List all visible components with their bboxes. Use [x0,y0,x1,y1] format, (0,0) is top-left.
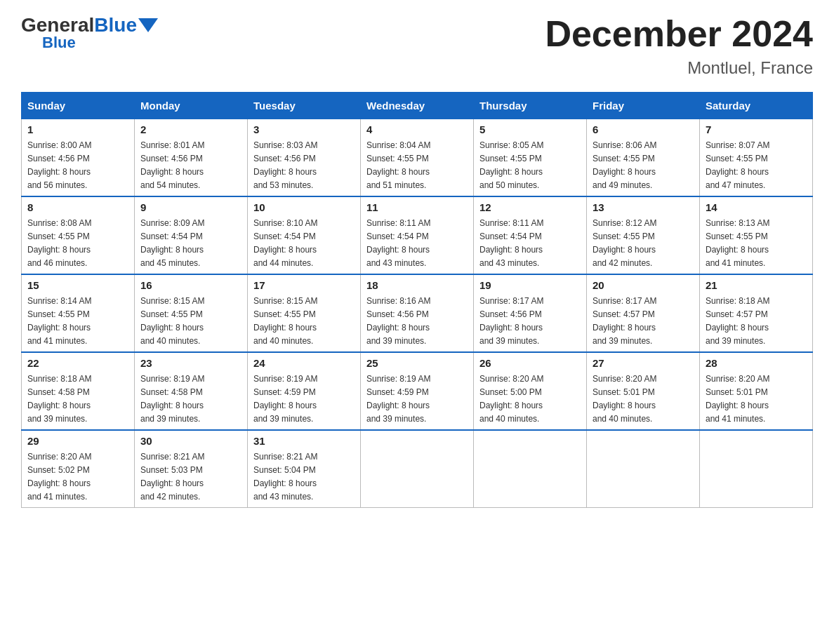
day-number: 2 [140,123,241,135]
day-number: 17 [253,279,355,291]
day-number: 23 [140,357,241,369]
calendar-week-2: 8 Sunrise: 8:08 AMSunset: 4:55 PMDayligh… [22,196,813,274]
day-info: Sunrise: 8:06 AMSunset: 4:55 PMDaylight:… [593,140,656,190]
calendar-cell: 1 Sunrise: 8:00 AMSunset: 4:56 PMDayligh… [22,119,135,197]
calendar-cell: 17 Sunrise: 8:15 AMSunset: 4:55 PMDaylig… [248,274,361,352]
day-info: Sunrise: 8:01 AMSunset: 4:56 PMDaylight:… [140,140,204,190]
day-number: 4 [366,123,468,135]
day-number: 22 [27,357,128,369]
day-number: 31 [253,435,355,447]
calendar-cell: 29 Sunrise: 8:20 AMSunset: 5:02 PMDaylig… [22,430,135,508]
calendar-cell: 10 Sunrise: 8:10 AMSunset: 4:54 PMDaylig… [248,196,361,274]
day-number: 19 [479,279,581,291]
calendar-cell: 20 Sunrise: 8:17 AMSunset: 4:57 PMDaylig… [587,274,700,352]
calendar-cell: 14 Sunrise: 8:13 AMSunset: 4:55 PMDaylig… [700,196,813,274]
calendar-cell: 8 Sunrise: 8:08 AMSunset: 4:55 PMDayligh… [22,196,135,274]
day-number: 30 [140,435,241,447]
calendar-cell: 22 Sunrise: 8:18 AMSunset: 4:58 PMDaylig… [22,352,135,430]
day-info: Sunrise: 8:05 AMSunset: 4:55 PMDaylight:… [479,140,543,190]
day-info: Sunrise: 8:19 AMSunset: 4:58 PMDaylight:… [140,374,204,424]
calendar-cell: 6 Sunrise: 8:06 AMSunset: 4:55 PMDayligh… [587,119,700,197]
day-info: Sunrise: 8:17 AMSunset: 4:56 PMDaylight:… [479,296,543,346]
calendar-cell: 26 Sunrise: 8:20 AMSunset: 5:00 PMDaylig… [474,352,587,430]
day-info: Sunrise: 8:15 AMSunset: 4:55 PMDaylight:… [140,296,204,346]
calendar-cell: 7 Sunrise: 8:07 AMSunset: 4:55 PMDayligh… [700,119,813,197]
logo-blue-label: Blue [21,34,158,52]
day-info: Sunrise: 8:20 AMSunset: 5:00 PMDaylight:… [479,374,543,424]
day-number: 3 [253,123,355,135]
calendar-cell: 23 Sunrise: 8:19 AMSunset: 4:58 PMDaylig… [135,352,248,430]
day-info: Sunrise: 8:21 AMSunset: 5:03 PMDaylight:… [140,452,204,502]
calendar-cell: 19 Sunrise: 8:17 AMSunset: 4:56 PMDaylig… [474,274,587,352]
calendar-cell: 9 Sunrise: 8:09 AMSunset: 4:54 PMDayligh… [135,196,248,274]
logo-triangle-icon [138,18,158,32]
location-title: Montluel, France [545,58,813,78]
day-info: Sunrise: 8:19 AMSunset: 4:59 PMDaylight:… [253,374,317,424]
day-info: Sunrise: 8:00 AMSunset: 4:56 PMDaylight:… [27,140,91,190]
calendar-week-4: 22 Sunrise: 8:18 AMSunset: 4:58 PMDaylig… [22,352,813,430]
day-info: Sunrise: 8:17 AMSunset: 4:57 PMDaylight:… [593,296,656,346]
title-area: December 2024 Montluel, France [545,14,813,78]
header-thursday: Thursday [474,93,587,119]
calendar-cell [474,430,587,508]
day-number: 8 [27,201,128,213]
day-number: 20 [593,279,694,291]
calendar-week-5: 29 Sunrise: 8:20 AMSunset: 5:02 PMDaylig… [22,430,813,508]
calendar-cell: 21 Sunrise: 8:18 AMSunset: 4:57 PMDaylig… [700,274,813,352]
day-number: 18 [366,279,468,291]
day-number: 12 [479,201,581,213]
day-number: 27 [593,357,694,369]
calendar-cell: 13 Sunrise: 8:12 AMSunset: 4:55 PMDaylig… [587,196,700,274]
calendar-cell: 5 Sunrise: 8:05 AMSunset: 4:55 PMDayligh… [474,119,587,197]
calendar-cell: 11 Sunrise: 8:11 AMSunset: 4:54 PMDaylig… [361,196,474,274]
page-header: General Blue Blue December 2024 Montluel… [21,14,813,78]
day-number: 26 [479,357,581,369]
calendar-cell: 16 Sunrise: 8:15 AMSunset: 4:55 PMDaylig… [135,274,248,352]
day-info: Sunrise: 8:14 AMSunset: 4:55 PMDaylight:… [27,296,91,346]
day-info: Sunrise: 8:21 AMSunset: 5:04 PMDaylight:… [253,452,317,502]
calendar-cell: 3 Sunrise: 8:03 AMSunset: 4:56 PMDayligh… [248,119,361,197]
day-info: Sunrise: 8:18 AMSunset: 4:57 PMDaylight:… [706,296,769,346]
month-title: December 2024 [545,14,813,54]
calendar-table: SundayMondayTuesdayWednesdayThursdayFrid… [21,92,813,508]
day-number: 11 [366,201,468,213]
day-info: Sunrise: 8:09 AMSunset: 4:54 PMDaylight:… [140,218,204,268]
calendar-cell [700,430,813,508]
day-number: 13 [593,201,694,213]
day-info: Sunrise: 8:18 AMSunset: 4:58 PMDaylight:… [27,374,91,424]
calendar-header-row: SundayMondayTuesdayWednesdayThursdayFrid… [22,93,813,119]
calendar-cell: 4 Sunrise: 8:04 AMSunset: 4:55 PMDayligh… [361,119,474,197]
day-number: 5 [479,123,581,135]
day-number: 25 [366,357,468,369]
calendar-cell: 31 Sunrise: 8:21 AMSunset: 5:04 PMDaylig… [248,430,361,508]
header-tuesday: Tuesday [248,93,361,119]
calendar-cell: 12 Sunrise: 8:11 AMSunset: 4:54 PMDaylig… [474,196,587,274]
day-info: Sunrise: 8:11 AMSunset: 4:54 PMDaylight:… [479,218,543,268]
day-number: 16 [140,279,241,291]
day-number: 9 [140,201,241,213]
day-info: Sunrise: 8:07 AMSunset: 4:55 PMDaylight:… [706,140,769,190]
calendar-week-3: 15 Sunrise: 8:14 AMSunset: 4:55 PMDaylig… [22,274,813,352]
calendar-cell [587,430,700,508]
calendar-cell: 15 Sunrise: 8:14 AMSunset: 4:55 PMDaylig… [22,274,135,352]
day-number: 15 [27,279,128,291]
calendar-cell: 28 Sunrise: 8:20 AMSunset: 5:01 PMDaylig… [700,352,813,430]
day-info: Sunrise: 8:10 AMSunset: 4:54 PMDaylight:… [253,218,317,268]
calendar-cell: 25 Sunrise: 8:19 AMSunset: 4:59 PMDaylig… [361,352,474,430]
day-number: 7 [706,123,807,135]
day-info: Sunrise: 8:15 AMSunset: 4:55 PMDaylight:… [253,296,317,346]
day-number: 21 [706,279,807,291]
day-number: 1 [27,123,128,135]
header-saturday: Saturday [700,93,813,119]
day-info: Sunrise: 8:03 AMSunset: 4:56 PMDaylight:… [253,140,317,190]
day-info: Sunrise: 8:12 AMSunset: 4:55 PMDaylight:… [593,218,656,268]
day-info: Sunrise: 8:08 AMSunset: 4:55 PMDaylight:… [27,218,91,268]
calendar-cell: 24 Sunrise: 8:19 AMSunset: 4:59 PMDaylig… [248,352,361,430]
day-number: 6 [593,123,694,135]
day-number: 10 [253,201,355,213]
calendar-cell [361,430,474,508]
day-number: 28 [706,357,807,369]
day-number: 24 [253,357,355,369]
calendar-cell: 27 Sunrise: 8:20 AMSunset: 5:01 PMDaylig… [587,352,700,430]
day-info: Sunrise: 8:16 AMSunset: 4:56 PMDaylight:… [366,296,430,346]
